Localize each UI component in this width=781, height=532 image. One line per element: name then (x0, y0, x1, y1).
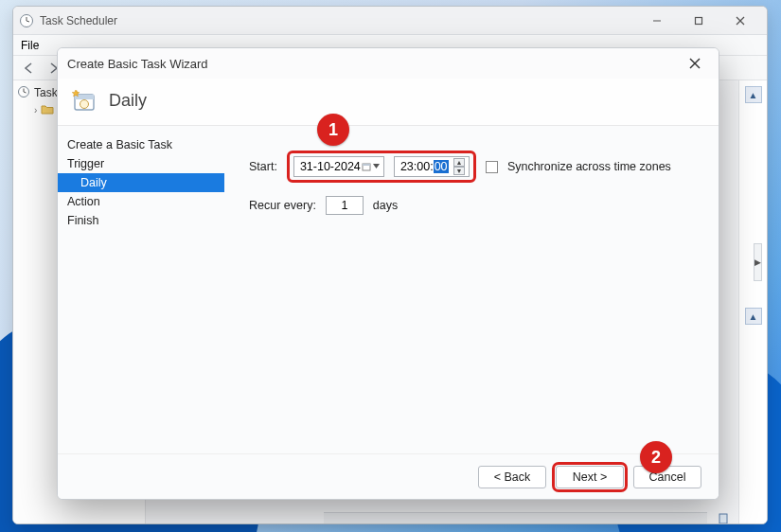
dialog-header: Daily (58, 79, 719, 126)
app-title: Task Scheduler (40, 14, 117, 27)
step-create-basic-task[interactable]: Create a Basic Task (58, 135, 224, 154)
step-action[interactable]: Action (58, 192, 224, 211)
synchronize-label: Synchronize across time zones (507, 160, 671, 173)
form-area: Start: 31-10-2024 23:00:00 ▲ ▼ (224, 126, 719, 453)
back-arrow-icon[interactable] (19, 59, 40, 78)
cancel-button[interactable]: Cancel (633, 466, 701, 488)
start-date-value: 31-10-2024 (300, 160, 361, 173)
page-icon (718, 513, 729, 524)
step-daily[interactable]: Daily (58, 173, 224, 192)
back-button[interactable]: < Back (478, 466, 546, 488)
time-spinner[interactable]: ▲ ▼ (453, 158, 465, 175)
dialog-title: Create Basic Task Wizard (67, 57, 208, 71)
annotation-highlight-1: 31-10-2024 23:00:00 ▲ ▼ (287, 151, 476, 183)
create-basic-task-wizard: Create Basic Task Wizard Daily Create a … (57, 47, 719, 500)
panel-expand-handle[interactable]: ▶ (754, 243, 762, 281)
start-time-value: 23:00:00 (400, 160, 449, 173)
svg-rect-4 (696, 17, 702, 24)
titlebar: Task Scheduler (13, 7, 767, 35)
svg-rect-10 (719, 514, 727, 523)
scroll-up-button[interactable]: ▲ (745, 86, 762, 103)
dialog-body: Create a Basic Task Trigger Daily Action… (58, 126, 719, 453)
annotation-badge-1: 1 (317, 114, 349, 146)
content-footer-strip (324, 512, 707, 524)
dialog-close-button[interactable] (681, 50, 709, 77)
folder-icon (41, 103, 54, 117)
next-button[interactable]: Next > (556, 466, 624, 488)
annotation-badge-2: 2 (640, 441, 672, 473)
step-finish[interactable]: Finish (58, 211, 224, 230)
spinner-down-icon[interactable]: ▼ (453, 167, 465, 175)
clock-icon (19, 13, 34, 28)
spinner-up-icon[interactable]: ▲ (453, 158, 465, 167)
time-seconds-selected: 00 (434, 160, 449, 173)
clock-icon (17, 85, 30, 101)
wizard-steps: Create a Basic Task Trigger Daily Action… (58, 126, 224, 453)
start-label: Start: (249, 160, 277, 173)
calendar-dropdown-icon[interactable] (362, 162, 380, 171)
start-date-picker[interactable]: 31-10-2024 (293, 156, 384, 177)
scroll-up-button-2[interactable]: ▲ (745, 308, 762, 325)
recur-unit-label: days (373, 199, 398, 212)
close-button[interactable] (719, 7, 761, 35)
actions-panel: ▲ ▲ ▶ (738, 80, 767, 523)
menu-file[interactable]: File (21, 39, 39, 52)
chevron-right-icon: › (34, 105, 37, 115)
svg-point-15 (80, 99, 89, 108)
recur-label: Recur every: (249, 199, 316, 212)
dialog-heading: Daily (109, 91, 147, 111)
synchronize-checkbox[interactable] (486, 161, 498, 173)
minimize-button[interactable] (636, 7, 678, 35)
start-time-picker[interactable]: 23:00:00 ▲ ▼ (394, 156, 470, 177)
dialog-titlebar: Create Basic Task Wizard (58, 48, 719, 79)
maximize-button[interactable] (678, 7, 719, 35)
step-trigger[interactable]: Trigger (58, 154, 224, 173)
dialog-footer: < Back Next > Cancel (58, 453, 719, 499)
svg-rect-17 (363, 164, 370, 166)
recur-every-input[interactable] (326, 196, 364, 215)
calendar-star-icon (71, 88, 98, 115)
